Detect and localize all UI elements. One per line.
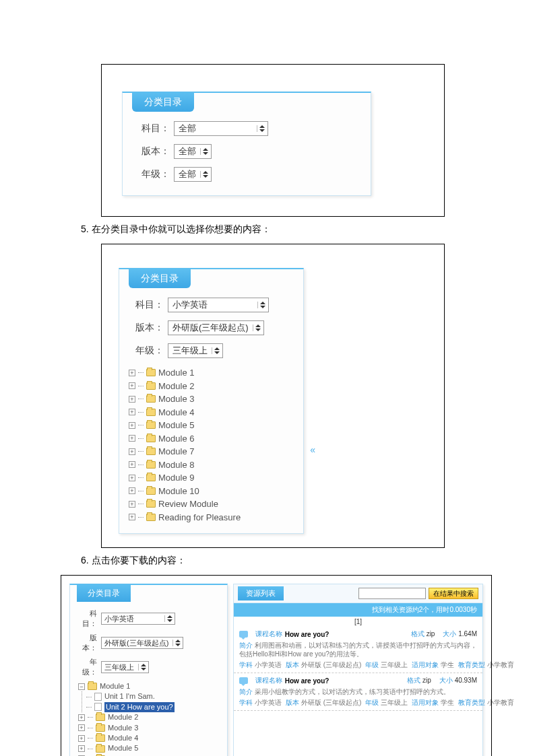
tree-item[interactable]: +Module 3 xyxy=(129,392,294,406)
stepper-icon xyxy=(257,125,265,132)
stepper-icon xyxy=(200,148,208,155)
folder-icon xyxy=(96,745,105,753)
tree-item[interactable]: +Module 3 xyxy=(78,723,220,733)
folder-icon xyxy=(146,500,156,508)
module-tree: +Module 1+Module 2+Module 3+Module 4+Mod… xyxy=(129,366,294,524)
tree-item[interactable]: +Module 7 xyxy=(129,445,294,458)
tree-item[interactable]: +Module 2 xyxy=(129,380,294,393)
expand-icon[interactable]: + xyxy=(129,448,135,455)
subject-select[interactable]: 小学英语 xyxy=(101,613,175,625)
expand-icon[interactable]: + xyxy=(129,382,135,389)
stepper-icon xyxy=(253,324,261,331)
expand-icon[interactable]: + xyxy=(129,487,135,494)
collapse-icon[interactable]: − xyxy=(78,683,85,690)
expand-icon[interactable]: + xyxy=(129,461,135,468)
tree-item[interactable]: − Module 1 xyxy=(78,681,220,691)
subject-select[interactable]: 小学英语 xyxy=(168,298,269,312)
tree-item[interactable]: +Module 5 xyxy=(78,743,220,753)
folder-icon xyxy=(146,409,156,416)
expand-icon[interactable]: + xyxy=(129,435,135,442)
edition-label: 版本： xyxy=(135,145,170,158)
screenshot-frame-3: 分类目录 科目： 小学英语 版本： 外研版(三年级起点) xyxy=(61,575,492,756)
expand-icon[interactable]: + xyxy=(129,514,135,520)
document-icon xyxy=(94,703,102,711)
grade-select[interactable]: 三年级上 xyxy=(168,343,223,358)
folder-icon xyxy=(146,487,156,495)
panel-title: 分类目录 xyxy=(129,269,191,288)
resource-list-panel: 资源列表 在结果中搜索 找到相关资源约2个，用时0.0030秒 [1] 课程名称… xyxy=(233,584,483,756)
subject-label: 科目： xyxy=(78,609,97,629)
folder-icon xyxy=(146,461,156,469)
grade-label: 年级： xyxy=(135,168,170,180)
subject-select[interactable]: 全部 xyxy=(174,121,268,136)
grade-select[interactable]: 全部 xyxy=(174,167,212,182)
tree-item[interactable]: +Module 5 xyxy=(129,419,294,432)
category-panel-3: 分类目录 科目： 小学英语 版本： 外研版(三年级起点) xyxy=(69,584,228,756)
subject-label: 科目： xyxy=(135,123,170,135)
edition-select[interactable]: 全部 xyxy=(174,144,212,159)
folder-icon xyxy=(146,474,156,481)
folder-icon xyxy=(96,724,105,732)
expand-icon[interactable]: + xyxy=(78,735,85,742)
stepper-icon xyxy=(212,347,220,354)
expand-icon[interactable]: + xyxy=(78,745,85,752)
folder-icon xyxy=(146,435,156,442)
folder-icon xyxy=(88,683,97,690)
stepper-icon xyxy=(164,615,172,622)
edition-select[interactable]: 外研版(三年级起点) xyxy=(101,637,183,649)
step-5-text: 5. 在分类目录中你就可以选择你想要的内容： xyxy=(81,224,488,236)
document-icon xyxy=(94,693,102,701)
expand-icon[interactable]: + xyxy=(129,501,135,508)
edition-select[interactable]: 外研版(三年级起点) xyxy=(168,320,264,335)
tree-item[interactable]: +Module 4 xyxy=(129,406,294,419)
grade-select[interactable]: 三年级上 xyxy=(101,661,149,673)
tree-item-unit[interactable]: Unit 1 I'm Sam. xyxy=(86,691,220,701)
stepper-icon xyxy=(172,640,181,646)
expand-icon[interactable]: + xyxy=(129,422,135,429)
step-6-text: 6. 点击你要下载的内容： xyxy=(81,555,488,567)
stepper-icon xyxy=(200,171,208,178)
panel-title: 分类目录 xyxy=(77,585,131,602)
tree-item[interactable]: +Module 9 xyxy=(129,471,294,485)
tree-item[interactable]: +Module 6 xyxy=(129,432,294,446)
screenshot-frame-1: 分类目录 科目： 全部 版本： 全部 年级： xyxy=(101,64,445,217)
tree-item[interactable]: +Reading for Pleasure xyxy=(129,511,294,524)
search-button[interactable]: 在结果中搜索 xyxy=(429,588,478,599)
chat-icon xyxy=(239,677,248,684)
resource-item[interactable]: 课程名称 How are you?格式 zip大小 1.64M简介 利用图画和动… xyxy=(234,627,482,673)
collapse-chevron-icon[interactable]: « xyxy=(310,444,315,455)
expand-icon[interactable]: + xyxy=(129,409,135,415)
panel-title: 资源列表 xyxy=(238,586,284,600)
category-panel-1: 分类目录 科目： 全部 版本： 全部 年级： xyxy=(122,92,371,196)
chat-icon xyxy=(239,631,248,638)
grade-label: 年级： xyxy=(78,657,97,677)
stepper-icon xyxy=(138,664,146,671)
expand-icon[interactable]: + xyxy=(78,724,85,731)
tree-item[interactable]: +Module 8 xyxy=(129,458,294,472)
screenshot-frame-2: 分类目录 科目： 小学英语 版本： 外研版(三年级起点) xyxy=(101,244,445,548)
tree-item[interactable]: +Module 10 xyxy=(129,485,294,498)
tree-item[interactable]: +Module 4 xyxy=(78,733,220,743)
expand-icon[interactable]: + xyxy=(78,714,85,721)
search-input[interactable] xyxy=(358,588,426,599)
expand-icon[interactable]: + xyxy=(129,475,135,481)
pager[interactable]: [1] xyxy=(234,617,482,627)
edition-label: 版本： xyxy=(78,633,97,653)
folder-icon xyxy=(146,369,156,376)
tree-item[interactable]: +Module 2 xyxy=(78,712,220,722)
resource-item[interactable]: 课程名称 How are you?格式 zip大小 40.93M简介 采用小组教… xyxy=(234,673,482,711)
tree-item[interactable]: +Module 1 xyxy=(129,366,294,380)
folder-icon xyxy=(146,448,156,455)
expand-icon[interactable]: + xyxy=(129,396,135,403)
result-count-bar: 找到相关资源约2个，用时0.0030秒 xyxy=(234,603,482,617)
edition-label: 版本： xyxy=(129,322,164,334)
tree-item[interactable]: +Review Module xyxy=(129,497,294,511)
folder-icon xyxy=(146,395,156,403)
category-panel-2: 分类目录 科目： 小学英语 版本： 外研版(三年级起点) xyxy=(119,268,304,534)
folder-icon xyxy=(146,514,156,521)
folder-icon xyxy=(146,382,156,390)
tree-item-unit-selected[interactable]: Unit 2 How are you? xyxy=(86,702,220,712)
expand-icon[interactable]: + xyxy=(129,370,135,376)
grade-label: 年级： xyxy=(129,345,164,357)
folder-icon xyxy=(146,421,156,429)
